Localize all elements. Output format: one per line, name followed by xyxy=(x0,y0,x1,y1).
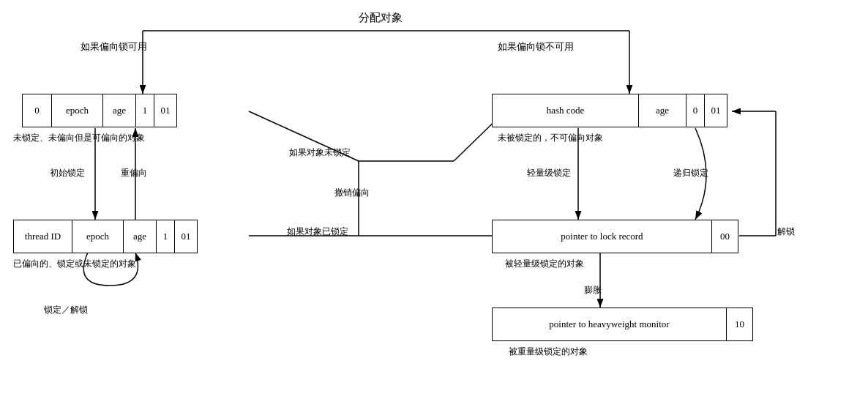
cell-age: age xyxy=(103,94,136,127)
unlock-label: 解锁 xyxy=(777,225,795,238)
lightweight-desc: 被轻量级锁定的对象 xyxy=(505,258,584,270)
heavyweight-box: pointer to heavyweight monitor 10 xyxy=(492,308,753,341)
biased-box: thread ID epoch age 1 01 xyxy=(13,220,198,253)
cell-1: 1 xyxy=(136,94,154,127)
cell-hwmonitor: pointer to heavyweight monitor xyxy=(493,308,727,340)
cell-10: 10 xyxy=(727,308,752,340)
heavyweight-desc: 被重量级锁定的对象 xyxy=(509,346,588,358)
cell-lockrecord: pointer to lock record xyxy=(493,220,712,253)
cell-01: 01 xyxy=(154,94,176,127)
inflate-label: 膨胀 xyxy=(584,284,602,297)
cell-1b: 1 xyxy=(157,220,175,253)
unlocked-biasable-desc: 未锁定、未偏向但是可偏向的对象 xyxy=(13,132,145,144)
cell-01b: 01 xyxy=(175,220,197,253)
cell-epoch2: epoch xyxy=(72,220,124,253)
right-branch-label: 如果偏向锁不可用 xyxy=(498,40,574,53)
cell-hashcode: hash code xyxy=(493,94,639,127)
cell-epoch: epoch xyxy=(52,94,103,127)
cell-00: 00 xyxy=(712,220,738,253)
cell-0nb: 0 xyxy=(686,94,705,127)
left-branch-label: 如果偏向锁可用 xyxy=(81,40,147,53)
cell-01nb: 01 xyxy=(705,94,727,127)
lightweight-box: pointer to lock record 00 xyxy=(492,220,738,253)
rebias-label: 重偏向 xyxy=(121,167,147,179)
cell-age3: age xyxy=(639,94,686,127)
recursive-label: 递归锁定 xyxy=(673,167,708,179)
initial-lock-label: 初始锁定 xyxy=(50,167,85,179)
biased-desc: 已偏向的、锁定或未锁定的对象 xyxy=(13,258,136,270)
unlocked-not-biasable-desc: 未被锁定的，不可偏向对象 xyxy=(498,132,603,144)
if-unlocked-label: 如果对象未锁定 xyxy=(289,146,351,159)
cell-age2: age xyxy=(124,220,157,253)
revoke-bias-label: 撤销偏向 xyxy=(334,187,370,199)
cell-0: 0 xyxy=(23,94,52,127)
top-label: 分配对象 xyxy=(359,11,403,25)
lightweight-label: 轻量级锁定 xyxy=(527,167,571,179)
if-locked-label: 如果对象已锁定 xyxy=(287,225,348,238)
arrows-svg xyxy=(0,0,868,410)
cell-threadid: thread ID xyxy=(14,220,72,253)
unlocked-biasable-box: 0 epoch age 1 01 xyxy=(22,94,177,127)
lock-unlock-label: 锁定／解锁 xyxy=(44,304,88,316)
diagram: 分配对象 如果偏向锁可用 如果偏向锁不可用 0 epoch age 1 01 未… xyxy=(0,0,868,410)
unlocked-not-biasable-box: hash code age 0 01 xyxy=(492,94,727,127)
